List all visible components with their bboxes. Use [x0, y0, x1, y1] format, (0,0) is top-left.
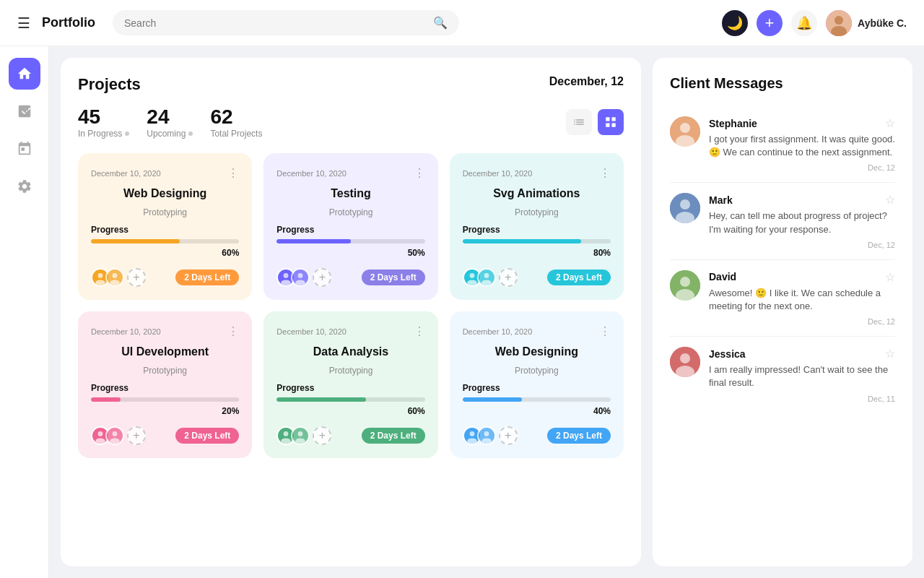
- add-member-button[interactable]: +: [313, 426, 331, 445]
- card-menu-button[interactable]: ⋮: [599, 324, 611, 338]
- card-menu-button[interactable]: ⋮: [414, 166, 425, 180]
- message-item-1: Mark ☆ Hey, can tell me about progress o…: [670, 183, 895, 259]
- user-name: Aybüke C.: [858, 17, 907, 29]
- add-member-button[interactable]: +: [127, 426, 146, 445]
- svg-point-32: [680, 199, 690, 210]
- messages-panel: Client Messages Stephanie ☆ I got your f…: [653, 58, 912, 566]
- search-input[interactable]: [124, 17, 427, 29]
- card-date: December 10, 2020: [463, 327, 533, 336]
- card-title: UI Development: [91, 345, 239, 358]
- projects-stats: 45 In Progress 24 Upcoming 62: [78, 105, 624, 139]
- card-subtitle: Prototyping: [276, 207, 424, 217]
- svg-point-8: [284, 273, 289, 278]
- progress-bar-fill: [91, 397, 121, 402]
- progress-percentage: 50%: [276, 248, 424, 258]
- card-menu-button[interactable]: ⋮: [227, 166, 239, 180]
- card-date: December 10, 2020: [91, 327, 161, 336]
- card-footer: + 2 Days Left: [91, 426, 239, 445]
- card-menu-button[interactable]: ⋮: [414, 324, 425, 338]
- list-view-button[interactable]: [566, 109, 592, 135]
- stat-in-progress: 45 In Progress: [78, 105, 129, 139]
- svg-point-25: [467, 438, 477, 444]
- message-content: David ☆ Awesome! 🙂 I like it. We can sch…: [709, 270, 895, 326]
- message-text: Awesome! 🙂 I like it. We can schedule a …: [709, 287, 895, 313]
- analytics-icon: [17, 103, 32, 119]
- progress-section: Progress 60%: [276, 383, 424, 416]
- card-date: December 10, 2020: [91, 169, 161, 178]
- cards-grid: December 10, 2020 ⋮ Web Designing Protot…: [78, 153, 624, 458]
- avatars-row: +: [276, 268, 331, 287]
- sidebar-item-calendar[interactable]: [9, 133, 40, 165]
- stat-label-total: Total Projects: [210, 129, 262, 139]
- add-member-button[interactable]: +: [127, 268, 146, 287]
- stat-number-in-progress: 45: [78, 105, 129, 129]
- card-menu-button[interactable]: ⋮: [599, 166, 611, 180]
- progress-label: Progress: [276, 225, 424, 235]
- progress-bar-background: [463, 397, 611, 402]
- stat-total: 62 Total Projects: [210, 105, 262, 139]
- main-layout: Projects December, 12 45 In Progress 24 …: [0, 46, 924, 578]
- message-sender-name: David: [709, 271, 736, 282]
- message-content: Mark ☆ Hey, can tell me about progress o…: [709, 193, 895, 249]
- progress-bar-fill: [463, 397, 522, 402]
- card-footer: + 2 Days Left: [276, 426, 424, 445]
- message-avatar: [670, 347, 700, 377]
- days-left-badge: 2 Days Left: [547, 269, 611, 285]
- svg-point-16: [98, 431, 103, 436]
- svg-point-17: [95, 438, 105, 444]
- user-profile[interactable]: Aybüke C.: [826, 10, 907, 36]
- progress-section: Progress 60%: [91, 225, 239, 258]
- project-card-5: December 10, 2020 ⋮ Web Designing Protot…: [450, 311, 624, 458]
- progress-label: Progress: [463, 225, 611, 235]
- svg-point-29: [680, 123, 690, 133]
- card-footer: + 2 Days Left: [91, 268, 239, 287]
- progress-bar-background: [276, 397, 424, 402]
- add-member-button[interactable]: +: [499, 426, 518, 445]
- card-header: December 10, 2020 ⋮: [91, 166, 239, 180]
- progress-bar-background: [91, 397, 239, 402]
- sidebar-item-home[interactable]: [9, 58, 40, 90]
- svg-point-14: [484, 273, 489, 278]
- svg-point-1: [834, 16, 843, 25]
- project-card-3: December 10, 2020 ⋮ UI Development Proto…: [78, 311, 252, 458]
- progress-bar-fill: [276, 239, 351, 243]
- notifications-button[interactable]: 🔔: [791, 10, 817, 36]
- progress-percentage: 60%: [91, 248, 239, 258]
- dark-mode-button[interactable]: 🌙: [722, 10, 748, 36]
- svg-point-15: [481, 280, 492, 285]
- card-title: Testing: [276, 187, 424, 200]
- message-content: Stephanie ☆ I got your first assignment.…: [709, 116, 895, 172]
- svg-point-11: [296, 280, 306, 285]
- svg-point-35: [680, 277, 690, 287]
- project-card-0: December 10, 2020 ⋮ Web Designing Protot…: [78, 153, 252, 300]
- card-date: December 10, 2020: [463, 169, 533, 178]
- card-header: December 10, 2020 ⋮: [463, 324, 611, 338]
- grid-view-button[interactable]: [598, 109, 624, 135]
- projects-panel: Projects December, 12 45 In Progress 24 …: [61, 58, 641, 566]
- add-member-button[interactable]: +: [313, 268, 331, 287]
- search-icon: 🔍: [433, 16, 448, 30]
- star-button[interactable]: ☆: [885, 116, 895, 130]
- message-sender-name: Mark: [709, 194, 733, 206]
- svg-point-23: [296, 438, 306, 444]
- member-avatar-2: [477, 426, 496, 445]
- card-subtitle: Prototyping: [463, 366, 611, 376]
- progress-label: Progress: [463, 383, 611, 393]
- star-button[interactable]: ☆: [885, 347, 895, 361]
- add-member-button[interactable]: +: [499, 268, 518, 287]
- avatar-image: [826, 10, 852, 36]
- card-date: December 10, 2020: [276, 327, 346, 336]
- star-button[interactable]: ☆: [885, 193, 895, 207]
- card-menu-button[interactable]: ⋮: [227, 324, 239, 338]
- card-subtitle: Prototyping: [463, 207, 611, 217]
- progress-percentage: 80%: [463, 248, 611, 258]
- sidebar-item-analytics[interactable]: [9, 95, 40, 127]
- add-button[interactable]: +: [757, 10, 783, 36]
- svg-point-18: [113, 431, 118, 436]
- svg-point-5: [95, 280, 105, 285]
- sidebar-item-settings[interactable]: [9, 171, 40, 202]
- stat-number-total: 62: [210, 105, 262, 129]
- member-avatar-2: [105, 268, 124, 287]
- star-button[interactable]: ☆: [885, 270, 895, 284]
- menu-icon[interactable]: ☰: [17, 14, 30, 32]
